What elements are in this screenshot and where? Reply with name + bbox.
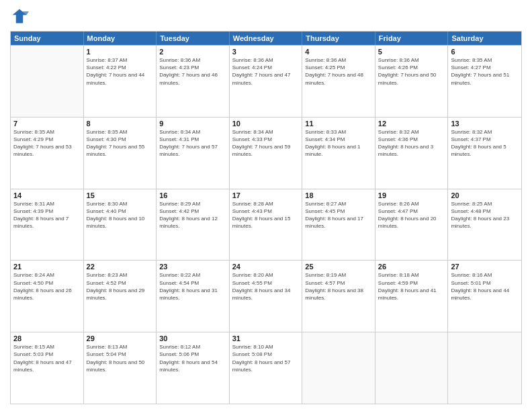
cell-info: Sunrise: 8:35 AM Sunset: 4:29 PM Dayligh… bbox=[13, 128, 81, 158]
cell-info: Sunrise: 8:32 AM Sunset: 4:36 PM Dayligh… bbox=[378, 128, 445, 158]
cell-day-number: 7 bbox=[13, 120, 81, 128]
calendar-cell: 25Sunrise: 8:19 AM Sunset: 4:57 PM Dayli… bbox=[302, 261, 375, 332]
cell-day-number: 18 bbox=[305, 191, 372, 199]
calendar-cell: 31Sunrise: 8:10 AM Sunset: 5:08 PM Dayli… bbox=[230, 332, 303, 404]
cell-day-number: 14 bbox=[13, 191, 81, 199]
calendar-cell: 9Sunrise: 8:34 AM Sunset: 4:31 PM Daylig… bbox=[157, 118, 230, 189]
cell-info: Sunrise: 8:31 AM Sunset: 4:39 PM Dayligh… bbox=[13, 200, 81, 230]
svg-marker-1 bbox=[23, 11, 29, 15]
cell-info: Sunrise: 8:35 AM Sunset: 4:27 PM Dayligh… bbox=[451, 56, 519, 87]
calendar-cell: 20Sunrise: 8:25 AM Sunset: 4:48 PM Dayli… bbox=[448, 189, 521, 261]
cell-day-number: 1 bbox=[87, 48, 154, 56]
cell-day-number: 28 bbox=[13, 334, 81, 342]
cell-info: Sunrise: 8:36 AM Sunset: 4:26 PM Dayligh… bbox=[378, 56, 445, 87]
calendar-row-2: 14Sunrise: 8:31 AM Sunset: 4:39 PM Dayli… bbox=[11, 189, 521, 261]
calendar-cell: 2Sunrise: 8:36 AM Sunset: 4:23 PM Daylig… bbox=[157, 46, 230, 117]
cell-info: Sunrise: 8:13 AM Sunset: 5:04 PM Dayligh… bbox=[87, 343, 154, 373]
cell-day-number: 12 bbox=[378, 120, 445, 128]
cell-info: Sunrise: 8:35 AM Sunset: 4:30 PM Dayligh… bbox=[87, 128, 154, 158]
calendar-cell: 7Sunrise: 8:35 AM Sunset: 4:29 PM Daylig… bbox=[11, 118, 84, 189]
calendar-cell: 17Sunrise: 8:28 AM Sunset: 4:43 PM Dayli… bbox=[230, 189, 303, 261]
cell-info: Sunrise: 8:30 AM Sunset: 4:40 PM Dayligh… bbox=[87, 200, 154, 230]
calendar-cell: 29Sunrise: 8:13 AM Sunset: 5:04 PM Dayli… bbox=[84, 332, 157, 404]
cell-day-number: 15 bbox=[87, 191, 154, 199]
calendar-cell bbox=[448, 332, 521, 404]
cell-info: Sunrise: 8:23 AM Sunset: 4:52 PM Dayligh… bbox=[87, 271, 154, 302]
calendar-cell: 22Sunrise: 8:23 AM Sunset: 4:52 PM Dayli… bbox=[84, 261, 157, 332]
cell-day-number: 30 bbox=[159, 334, 226, 342]
calendar-cell: 6Sunrise: 8:35 AM Sunset: 4:27 PM Daylig… bbox=[448, 46, 521, 117]
cell-info: Sunrise: 8:24 AM Sunset: 4:50 PM Dayligh… bbox=[13, 271, 81, 302]
calendar-cell bbox=[302, 332, 375, 404]
cell-day-number: 25 bbox=[305, 263, 372, 271]
cell-day-number: 22 bbox=[87, 263, 154, 271]
cell-info: Sunrise: 8:16 AM Sunset: 5:01 PM Dayligh… bbox=[451, 271, 519, 302]
cell-day-number: 3 bbox=[232, 48, 300, 56]
cell-day-number: 26 bbox=[378, 263, 445, 271]
cell-info: Sunrise: 8:33 AM Sunset: 4:34 PM Dayligh… bbox=[305, 128, 372, 158]
cell-day-number: 23 bbox=[159, 263, 226, 271]
cell-day-number: 2 bbox=[159, 48, 226, 56]
cell-day-number: 8 bbox=[87, 120, 154, 128]
calendar-cell: 4Sunrise: 8:36 AM Sunset: 4:25 PM Daylig… bbox=[302, 46, 375, 117]
cell-day-number: 17 bbox=[232, 191, 300, 199]
calendar-cell: 26Sunrise: 8:18 AM Sunset: 4:59 PM Dayli… bbox=[375, 261, 449, 332]
calendar-row-3: 21Sunrise: 8:24 AM Sunset: 4:50 PM Dayli… bbox=[11, 260, 521, 332]
cell-day-number: 9 bbox=[159, 120, 226, 128]
cell-info: Sunrise: 8:36 AM Sunset: 4:25 PM Dayligh… bbox=[305, 56, 372, 87]
calendar-page: SundayMondayTuesdayWednesdayThursdayFrid… bbox=[0, 0, 532, 411]
cell-info: Sunrise: 8:12 AM Sunset: 5:06 PM Dayligh… bbox=[159, 343, 226, 373]
calendar-body: 1Sunrise: 8:37 AM Sunset: 4:22 PM Daylig… bbox=[11, 45, 521, 404]
cell-info: Sunrise: 8:20 AM Sunset: 4:55 PM Dayligh… bbox=[232, 271, 300, 302]
cell-day-number: 5 bbox=[378, 48, 445, 56]
calendar-header-row: SundayMondayTuesdayWednesdayThursdayFrid… bbox=[11, 32, 521, 45]
cell-info: Sunrise: 8:19 AM Sunset: 4:57 PM Dayligh… bbox=[305, 271, 372, 302]
calendar-cell: 16Sunrise: 8:29 AM Sunset: 4:42 PM Dayli… bbox=[157, 189, 230, 261]
cell-info: Sunrise: 8:34 AM Sunset: 4:33 PM Dayligh… bbox=[232, 128, 300, 158]
cell-day-number: 19 bbox=[378, 191, 445, 199]
calendar-cell: 14Sunrise: 8:31 AM Sunset: 4:39 PM Dayli… bbox=[11, 189, 84, 261]
calendar-cell: 13Sunrise: 8:32 AM Sunset: 4:37 PM Dayli… bbox=[448, 118, 521, 189]
calendar-cell bbox=[11, 46, 84, 117]
cell-info: Sunrise: 8:29 AM Sunset: 4:42 PM Dayligh… bbox=[159, 200, 226, 230]
cell-day-number: 11 bbox=[305, 120, 372, 128]
calendar-row-1: 7Sunrise: 8:35 AM Sunset: 4:29 PM Daylig… bbox=[11, 117, 521, 189]
header-cell-tuesday: Tuesday bbox=[157, 32, 230, 45]
calendar-row-4: 28Sunrise: 8:15 AM Sunset: 5:03 PM Dayli… bbox=[11, 332, 521, 404]
header bbox=[10, 7, 522, 26]
cell-info: Sunrise: 8:26 AM Sunset: 4:47 PM Dayligh… bbox=[378, 200, 445, 230]
cell-info: Sunrise: 8:10 AM Sunset: 5:08 PM Dayligh… bbox=[232, 343, 300, 373]
header-cell-thursday: Thursday bbox=[302, 32, 375, 45]
calendar-cell: 18Sunrise: 8:27 AM Sunset: 4:45 PM Dayli… bbox=[302, 189, 375, 261]
header-cell-sunday: Sunday bbox=[11, 32, 84, 45]
calendar-cell: 19Sunrise: 8:26 AM Sunset: 4:47 PM Dayli… bbox=[375, 189, 449, 261]
logo-icon bbox=[10, 7, 29, 26]
logo bbox=[10, 7, 32, 26]
cell-info: Sunrise: 8:18 AM Sunset: 4:59 PM Dayligh… bbox=[378, 271, 445, 302]
calendar-cell: 30Sunrise: 8:12 AM Sunset: 5:06 PM Dayli… bbox=[157, 332, 230, 404]
cell-info: Sunrise: 8:25 AM Sunset: 4:48 PM Dayligh… bbox=[451, 200, 519, 230]
calendar-cell: 15Sunrise: 8:30 AM Sunset: 4:40 PM Dayli… bbox=[84, 189, 157, 261]
cell-day-number: 6 bbox=[451, 48, 519, 56]
cell-day-number: 21 bbox=[13, 263, 81, 271]
cell-day-number: 16 bbox=[159, 191, 226, 199]
cell-info: Sunrise: 8:15 AM Sunset: 5:03 PM Dayligh… bbox=[13, 343, 81, 373]
calendar-cell: 12Sunrise: 8:32 AM Sunset: 4:36 PM Dayli… bbox=[375, 118, 449, 189]
cell-info: Sunrise: 8:22 AM Sunset: 4:54 PM Dayligh… bbox=[159, 271, 226, 302]
calendar-cell: 3Sunrise: 8:36 AM Sunset: 4:24 PM Daylig… bbox=[230, 46, 303, 117]
cell-info: Sunrise: 8:34 AM Sunset: 4:31 PM Dayligh… bbox=[159, 128, 226, 158]
cell-info: Sunrise: 8:37 AM Sunset: 4:22 PM Dayligh… bbox=[87, 56, 154, 87]
cell-info: Sunrise: 8:27 AM Sunset: 4:45 PM Dayligh… bbox=[305, 200, 372, 230]
calendar-cell: 28Sunrise: 8:15 AM Sunset: 5:03 PM Dayli… bbox=[11, 332, 84, 404]
calendar-cell: 10Sunrise: 8:34 AM Sunset: 4:33 PM Dayli… bbox=[230, 118, 303, 189]
calendar-cell: 23Sunrise: 8:22 AM Sunset: 4:54 PM Dayli… bbox=[157, 261, 230, 332]
cell-day-number: 20 bbox=[451, 191, 519, 199]
cell-day-number: 27 bbox=[451, 263, 519, 271]
cell-info: Sunrise: 8:36 AM Sunset: 4:24 PM Dayligh… bbox=[232, 56, 300, 87]
svg-marker-0 bbox=[13, 9, 27, 24]
header-cell-saturday: Saturday bbox=[448, 32, 521, 45]
calendar-cell: 8Sunrise: 8:35 AM Sunset: 4:30 PM Daylig… bbox=[84, 118, 157, 189]
cell-info: Sunrise: 8:32 AM Sunset: 4:37 PM Dayligh… bbox=[451, 128, 519, 158]
calendar-cell: 24Sunrise: 8:20 AM Sunset: 4:55 PM Dayli… bbox=[230, 261, 303, 332]
calendar-cell: 11Sunrise: 8:33 AM Sunset: 4:34 PM Dayli… bbox=[302, 118, 375, 189]
